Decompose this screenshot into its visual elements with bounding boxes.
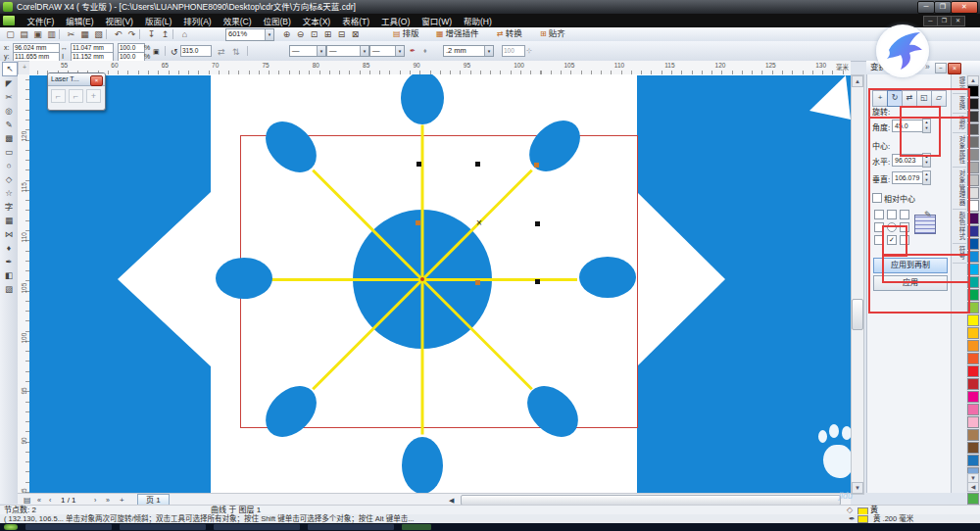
- minimize-button[interactable]: ─: [917, 1, 935, 14]
- toolbar-button-增强插件[interactable]: ▦增强插件: [433, 27, 482, 40]
- outline-width-combo[interactable]: .2 mm▾: [443, 45, 494, 57]
- color-swatch[interactable]: [967, 404, 979, 415]
- close-icon[interactable]: ×: [90, 75, 103, 86]
- cut-icon[interactable]: ✂: [65, 28, 77, 40]
- color-swatch[interactable]: [967, 416, 979, 428]
- pen-icon[interactable]: ✒: [410, 47, 416, 55]
- vertical-scrollbar[interactable]: ▲ ▼: [851, 74, 864, 495]
- menu-item[interactable]: 文本(X): [297, 15, 336, 28]
- doc-close-button[interactable]: ✕: [951, 16, 965, 26]
- redo-icon[interactable]: ↷: [125, 28, 138, 40]
- eyedropper-tool[interactable]: ♦: [2, 242, 16, 255]
- lock-ratio-icon[interactable]: ▣: [153, 48, 160, 56]
- interactive-fill-tool[interactable]: ▨: [2, 283, 16, 296]
- table-tool[interactable]: ▦: [2, 215, 16, 227]
- yellow-ray[interactable]: [268, 278, 422, 281]
- zoom-page-icon[interactable]: ⊟: [335, 28, 348, 40]
- shape-tool[interactable]: ◤: [2, 77, 16, 90]
- color-swatch[interactable]: [967, 455, 979, 466]
- rotation-angle-field[interactable]: 315.0: [180, 45, 212, 57]
- close-button[interactable]: ✕: [951, 1, 978, 14]
- zoom-level-combo[interactable]: 601% ▾: [225, 28, 274, 41]
- chevron-down-icon[interactable]: ▾: [484, 46, 493, 56]
- menu-item[interactable]: 窗口(W): [416, 15, 458, 28]
- menu-item[interactable]: 表格(T): [336, 15, 375, 28]
- chevron-down-icon[interactable]: ▾: [360, 46, 368, 56]
- zoom-in-icon[interactable]: ⊕: [280, 28, 293, 40]
- node-handle[interactable]: [475, 280, 480, 285]
- restore-button[interactable]: ❐: [934, 1, 952, 14]
- menu-item[interactable]: 视图(V): [100, 15, 139, 28]
- pen2-icon[interactable]: ♦: [423, 47, 427, 54]
- menu-item[interactable]: 文件(F): [21, 15, 60, 28]
- node-handle[interactable]: [534, 163, 539, 168]
- yellow-ray[interactable]: [421, 124, 424, 279]
- copy-icon[interactable]: ▦: [78, 28, 91, 40]
- undo-icon[interactable]: ↶: [112, 28, 124, 40]
- laser-tool-icon[interactable]: ⌐: [69, 89, 83, 103]
- new-icon[interactable]: ▢: [4, 28, 17, 40]
- scroll-up-icon[interactable]: ▲: [852, 75, 863, 87]
- outline-tool[interactable]: ✒: [2, 256, 16, 268]
- taskbar-item[interactable]: [402, 524, 431, 530]
- basic-shapes-tool[interactable]: ☆: [2, 187, 16, 200]
- zoom-actual-icon[interactable]: ⊡: [308, 28, 320, 40]
- save-icon[interactable]: ▣: [31, 28, 44, 40]
- docker-close-button[interactable]: ×: [948, 63, 961, 74]
- start-button[interactable]: [4, 524, 18, 530]
- toolbar-button-排版[interactable]: ▤排版: [390, 27, 422, 40]
- color-swatch[interactable]: [967, 314, 979, 326]
- selection-handle[interactable]: [535, 221, 540, 226]
- blue-ellipse[interactable]: [402, 437, 443, 493]
- color-swatch[interactable]: [967, 429, 979, 441]
- menu-item[interactable]: 帮助(H): [458, 15, 498, 28]
- zoom-tool[interactable]: ◎: [2, 105, 16, 118]
- end-arrowhead-combo[interactable]: —▾: [369, 45, 405, 57]
- chevron-down-icon[interactable]: ▾: [265, 29, 273, 40]
- scroll-down-icon[interactable]: ▼: [852, 482, 863, 494]
- toolbar-button-转换[interactable]: ⇄转换: [494, 27, 525, 40]
- color-swatch[interactable]: [967, 365, 979, 377]
- blue-ellipse[interactable]: [216, 258, 272, 299]
- menu-item[interactable]: 排列(A): [177, 15, 217, 28]
- laser-toolbar[interactable]: Laser T... × ⌐⌐+: [47, 72, 106, 111]
- zoom-out-icon[interactable]: ⊖: [294, 28, 307, 40]
- node-handle[interactable]: [416, 220, 420, 225]
- yellow-ray[interactable]: [422, 278, 577, 281]
- export-icon[interactable]: ↥: [159, 28, 172, 40]
- paste-icon[interactable]: ▧: [92, 28, 105, 40]
- line-style-combo[interactable]: —▾: [326, 45, 369, 57]
- rectangle-tool[interactable]: ▭: [2, 146, 16, 159]
- drawing-canvas[interactable]: ×: [29, 74, 851, 493]
- vertical-scroll-thumb[interactable]: [852, 299, 863, 330]
- color-swatch[interactable]: [967, 378, 979, 390]
- zoom-width-icon[interactable]: ⊠: [349, 28, 362, 40]
- crop-tool[interactable]: ✂: [2, 91, 16, 104]
- smart-fill-tool[interactable]: ▩: [2, 132, 16, 145]
- print-icon[interactable]: ▥: [45, 28, 58, 40]
- color-swatch[interactable]: [967, 327, 979, 339]
- yellow-ray[interactable]: [421, 279, 424, 434]
- selection-handle[interactable]: [475, 162, 480, 167]
- taskbar-item[interactable]: [214, 524, 300, 530]
- taskbar-item[interactable]: [25, 524, 112, 530]
- menu-item[interactable]: 工具(O): [375, 15, 416, 28]
- menu-item[interactable]: 编辑(E): [60, 15, 99, 28]
- import-icon[interactable]: ↧: [145, 28, 158, 40]
- chevron-down-icon[interactable]: ▾: [317, 46, 325, 56]
- menu-item[interactable]: 位图(B): [257, 15, 296, 28]
- blue-ellipse[interactable]: [401, 74, 444, 124]
- color-swatch[interactable]: [967, 391, 979, 403]
- open-icon[interactable]: ▤: [18, 28, 30, 40]
- taskbar-item[interactable]: [120, 524, 206, 530]
- freehand-tool[interactable]: ✎: [2, 119, 16, 131]
- selection-handle[interactable]: [416, 162, 421, 167]
- menu-item[interactable]: 效果(C): [218, 15, 258, 28]
- color-swatch[interactable]: [967, 353, 979, 364]
- start-arrowhead-combo[interactable]: —▾: [289, 45, 326, 57]
- color-swatch[interactable]: [967, 340, 979, 352]
- doc-restore-button[interactable]: ❐: [937, 16, 952, 26]
- ellipse-tool[interactable]: ○: [2, 160, 16, 172]
- fill-tool[interactable]: ◧: [2, 269, 16, 282]
- blue-ellipse[interactable]: [579, 257, 636, 298]
